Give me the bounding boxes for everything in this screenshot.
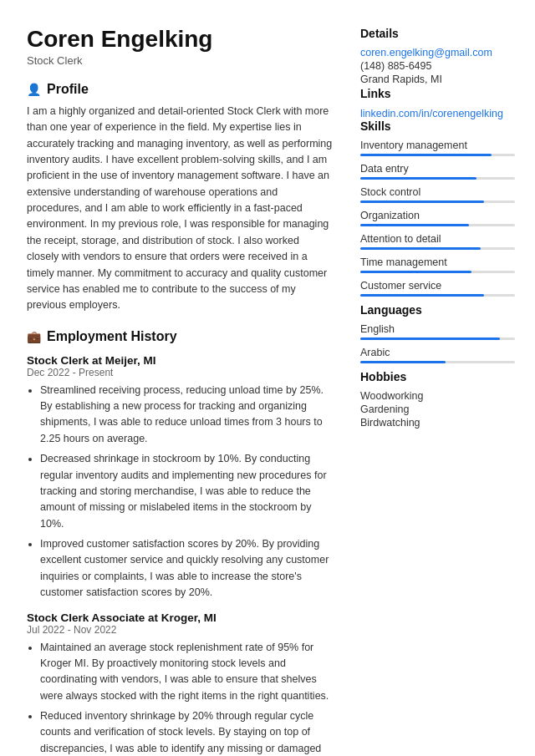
full-name: Coren Engelking: [27, 27, 334, 53]
skill-bar-fill: [360, 154, 492, 156]
skill-item: Stock control: [360, 186, 515, 203]
skill-item: Data entry: [360, 163, 515, 180]
details-section: Details coren.engelking@gmail.com (148) …: [360, 27, 515, 85]
linkedin-link[interactable]: linkedin.com/in/corenengelking: [360, 108, 503, 119]
profile-text: I am a highly organized and detail-orien…: [27, 104, 334, 314]
job-title: Stock Clerk: [27, 54, 334, 67]
skill-name: Data entry: [360, 163, 515, 175]
links-heading: Links: [360, 87, 515, 100]
job-title-text: Stock Clerk Associate at Kroger, MI: [27, 611, 334, 624]
hobbies-heading: Hobbies: [360, 370, 515, 383]
skill-bar-bg: [360, 247, 515, 250]
skill-bar-bg: [360, 224, 515, 226]
language-name: Arabic: [360, 347, 515, 358]
skill-name: Stock control: [360, 186, 515, 198]
skills-section: Skills Inventory managementData entrySto…: [360, 119, 515, 297]
hobbies-section: Hobbies WoodworkingGardeningBirdwatching: [360, 370, 515, 429]
list-item: Streamlined receiving process, reducing …: [40, 383, 334, 448]
language-bar-fill: [360, 361, 446, 363]
skill-name: Organization: [360, 210, 515, 221]
language-bar-bg: [360, 361, 515, 363]
skill-bar-fill: [360, 177, 476, 180]
skill-bar-bg: [360, 200, 515, 203]
right-panel: Details coren.engelking@gmail.com (148) …: [360, 27, 515, 756]
skill-bar-bg: [360, 154, 515, 156]
job-item: Stock Clerk at Meijer, MIDec 2022 - Pres…: [27, 354, 334, 601]
skill-bar-fill: [360, 271, 471, 273]
language-item: English: [360, 323, 515, 340]
languages-section: Languages EnglishArabic: [360, 303, 515, 363]
list-item: Reduced inventory shrinkage by 20% throu…: [40, 708, 334, 756]
job-date: Jul 2022 - Nov 2022: [27, 624, 334, 636]
job-title-text: Stock Clerk at Meijer, MI: [27, 354, 334, 367]
skill-name: Time management: [360, 256, 515, 268]
employment-heading: 💼 Employment History: [27, 329, 334, 344]
skill-bar-fill: [360, 294, 484, 297]
skill-bar-fill: [360, 224, 469, 226]
list-item: Improved customer satisfaction scores by…: [40, 536, 334, 601]
skill-bar-bg: [360, 271, 515, 273]
links-section: Links linkedin.com/in/corenengelking: [360, 87, 515, 119]
skill-item: Customer service: [360, 280, 515, 297]
job-item: Stock Clerk Associate at Kroger, MIJul 2…: [27, 611, 334, 756]
skill-item: Organization: [360, 210, 515, 226]
hobby-item: Woodworking: [360, 390, 515, 402]
profile-heading: 👤 Profile: [27, 82, 334, 97]
profile-section: 👤 Profile I am a highly organized and de…: [27, 82, 334, 314]
email-link[interactable]: coren.engelking@gmail.com: [360, 47, 515, 58]
job-date: Dec 2022 - Present: [27, 367, 334, 378]
language-name: English: [360, 323, 515, 335]
skill-bar-bg: [360, 177, 515, 180]
employment-section: 💼 Employment History Stock Clerk at Meij…: [27, 329, 334, 756]
skill-item: Attention to detail: [360, 233, 515, 250]
employment-icon: 💼: [27, 330, 41, 343]
hobby-item: Birdwatching: [360, 417, 515, 429]
skill-bar-bg: [360, 294, 515, 297]
languages-heading: Languages: [360, 303, 515, 317]
language-item: Arabic: [360, 347, 515, 363]
skill-bar-fill: [360, 200, 484, 203]
resume-header: Coren Engelking Stock Clerk: [27, 27, 334, 67]
skill-name: Customer service: [360, 280, 515, 292]
skill-name: Attention to detail: [360, 233, 515, 245]
job-bullets: Streamlined receiving process, reducing …: [27, 383, 334, 601]
list-item: Maintained an average stock replenishmen…: [40, 640, 334, 705]
location-text: Grand Rapids, MI: [360, 74, 515, 85]
language-bar-fill: [360, 337, 500, 340]
skill-name: Inventory management: [360, 140, 515, 151]
language-bar-bg: [360, 337, 515, 340]
skill-item: Inventory management: [360, 140, 515, 156]
phone-text: (148) 885-6495: [360, 60, 515, 72]
hobby-item: Gardening: [360, 403, 515, 415]
skills-heading: Skills: [360, 119, 515, 133]
job-bullets: Maintained an average stock replenishmen…: [27, 640, 334, 756]
skill-bar-fill: [360, 247, 481, 250]
skill-item: Time management: [360, 256, 515, 273]
profile-icon: 👤: [27, 83, 41, 96]
details-heading: Details: [360, 27, 515, 40]
list-item: Decreased shrinkage in stockroom by 10%.…: [40, 451, 334, 532]
